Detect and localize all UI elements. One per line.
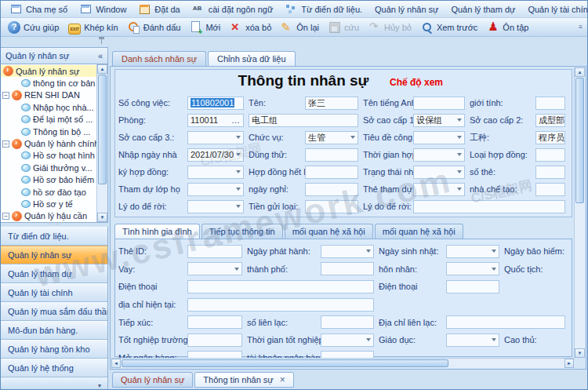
tree-item-2[interactable]: −REN SHI DAN: [1, 89, 97, 101]
text-field[interactable]: 成型部: [535, 114, 565, 127]
dropdown-arrow-icon[interactable]: [492, 250, 496, 253]
tree-scroll-thumb[interactable]: [98, 75, 107, 184]
text-field[interactable]: 电工组: [249, 114, 358, 127]
tree-item-9[interactable]: Hồ sơ bảo hiểm: [1, 174, 97, 186]
toolbar-button-9[interactable]: Ôn tập: [483, 20, 532, 35]
text-field[interactable]: [535, 166, 565, 179]
collapse-panel-icon[interactable]: «: [98, 51, 103, 60]
tree-expander-icon[interactable]: −: [2, 92, 9, 99]
detail-tab-1[interactable]: Tiếp tục thông tin: [201, 224, 283, 239]
menu-item-7[interactable]: Quản lý tài chính: [522, 3, 588, 16]
tree-item-8[interactable]: Giải thưởng v...: [1, 162, 97, 173]
toolbar-button-7[interactable]: Hủy bỏ: [365, 20, 416, 35]
text-field[interactable]: [535, 97, 565, 110]
text-field[interactable]: [446, 280, 499, 293]
combo-field[interactable]: [446, 262, 499, 275]
tab-0[interactable]: Danh sách nhân sự: [112, 51, 206, 66]
vertical-scrollbar[interactable]: [574, 67, 585, 358]
tree-item-10[interactable]: hồ sơ đào tạo: [1, 186, 97, 198]
scroll-up-icon[interactable]: [97, 64, 107, 74]
dropdown-arrow-icon[interactable]: [236, 205, 241, 208]
close-tab-icon[interactable]: ×: [280, 376, 285, 384]
dropdown-arrow-icon[interactable]: [234, 268, 239, 271]
dropdown-arrow-icon[interactable]: [492, 268, 496, 271]
tree-item-3[interactable]: Nhập học nhà...: [1, 101, 97, 113]
sidebar-nav-item-1[interactable]: Quản lý nhân sự: [1, 246, 107, 264]
sidebar-nav-item-6[interactable]: Quản lý hàng tồn kho: [1, 340, 107, 359]
text-field[interactable]: [535, 183, 565, 196]
text-field[interactable]: [321, 262, 374, 275]
dropdown-arrow-icon[interactable]: [366, 250, 371, 253]
text-field[interactable]: [413, 200, 565, 213]
combo-field[interactable]: [413, 148, 465, 162]
text-field[interactable]: [535, 148, 565, 162]
sidebar-nav-item-4[interactable]: Quản lý mua sắm đấu thầu: [1, 302, 107, 321]
dropdown-arrow-icon[interactable]: [350, 136, 355, 139]
pin-icon[interactable]: [99, 37, 104, 39]
dropdown-arrow-icon[interactable]: [492, 338, 496, 341]
dropdown-arrow-icon[interactable]: [457, 153, 462, 156]
combo-field[interactable]: [321, 245, 374, 258]
tree-item-5[interactable]: Thông tin bộ ...: [1, 126, 97, 137]
tree-item-12[interactable]: −Quản lý hậu cần: [1, 210, 97, 222]
tree-item-6[interactable]: −Quản lý hành chính: [1, 137, 97, 149]
combo-field[interactable]: [187, 200, 244, 213]
menu-item-6[interactable]: Quản lý tham dự: [445, 3, 521, 16]
text-field[interactable]: 程序员: [535, 131, 565, 144]
dropdown-arrow-icon[interactable]: [457, 170, 462, 173]
tree-item-1[interactable]: thông tin cơ bản: [1, 77, 97, 89]
v-scroll-thumb[interactable]: [575, 78, 584, 203]
combo-field[interactable]: [446, 245, 499, 258]
combo-field[interactable]: [187, 262, 242, 275]
menu-item-5[interactable]: Quản lý nhân sự: [369, 3, 444, 16]
bottom-tab-1[interactable]: Thông tin nhân sự×: [194, 372, 293, 388]
tree-expander-icon[interactable]: −: [2, 213, 9, 220]
menu-item-3[interactable]: cài đặt ngôn ngữ: [187, 2, 279, 17]
scroll-down-icon[interactable]: [97, 213, 107, 222]
combo-field[interactable]: [187, 183, 244, 196]
detail-tab-0[interactable]: Tình hình gia đình: [114, 224, 200, 239]
sidebar-nav-item-3[interactable]: Quản lý tài chính: [1, 283, 107, 302]
toolbar-button-0[interactable]: Cứu giúp: [4, 20, 63, 35]
menu-item-2[interactable]: Đặt da: [133, 2, 185, 17]
menu-item-4[interactable]: Từ điển dữ liệu.: [280, 2, 368, 17]
tree-item-0[interactable]: Quản lý nhân sự: [1, 65, 97, 77]
combo-field[interactable]: [413, 183, 465, 196]
h-scroll-thumb[interactable]: [122, 359, 448, 367]
text-field[interactable]: [305, 148, 358, 162]
sidebar-nav-overflow[interactable]: ▾: [1, 377, 107, 389]
toolbar-button-1[interactable]: Khép kín: [64, 20, 122, 35]
tree-item-7[interactable]: Hồ sơ hoạt hình: [1, 150, 97, 162]
text-field[interactable]: [187, 280, 374, 293]
toolbar-button-2[interactable]: Đánh dấu: [124, 20, 185, 35]
nav-overflow-icon[interactable]: ▾: [98, 382, 101, 389]
toolbar-button-5[interactable]: Ôn lại: [277, 20, 323, 35]
menu-item-1[interactable]: Window: [74, 2, 132, 17]
text-field[interactable]: 110802001: [187, 97, 244, 110]
text-field[interactable]: [305, 200, 358, 213]
text-field[interactable]: [305, 183, 358, 196]
tab-1[interactable]: Chỉnh sửa dữ liệu: [208, 51, 296, 67]
text-field[interactable]: 张三: [305, 97, 358, 110]
dropdown-arrow-icon[interactable]: [236, 188, 241, 191]
scroll-right-icon[interactable]: [564, 359, 574, 368]
dropdown-arrow-icon[interactable]: [236, 170, 241, 173]
text-field[interactable]: [187, 298, 374, 312]
combo-field[interactable]: 设保组: [413, 114, 465, 127]
tree-expander-icon[interactable]: −: [2, 140, 9, 148]
tree-item-11[interactable]: Hồ sơ y tế: [1, 198, 97, 210]
detail-tab-3[interactable]: mối quan hệ xã hội: [375, 224, 463, 239]
combo-field[interactable]: [321, 334, 374, 347]
toolbar-button-4[interactable]: xóa bỏ: [226, 20, 275, 35]
bottom-tab-0[interactable]: Quản lý nhân sự: [112, 372, 193, 388]
text-field[interactable]: [305, 166, 358, 179]
toolbar-button-6[interactable]: cứu: [325, 20, 363, 35]
dropdown-arrow-icon[interactable]: [457, 136, 462, 139]
toolbar-button-8[interactable]: Xem trước: [417, 20, 481, 35]
text-field[interactable]: [321, 315, 374, 329]
tree-item-4[interactable]: Để lại một số ...: [1, 114, 97, 126]
sidebar-nav-item-2[interactable]: Quản lý tham dự: [1, 264, 107, 283]
combo-field[interactable]: [446, 334, 499, 347]
dropdown-arrow-icon[interactable]: [236, 153, 241, 156]
dropdown-arrow-icon[interactable]: [366, 338, 371, 341]
